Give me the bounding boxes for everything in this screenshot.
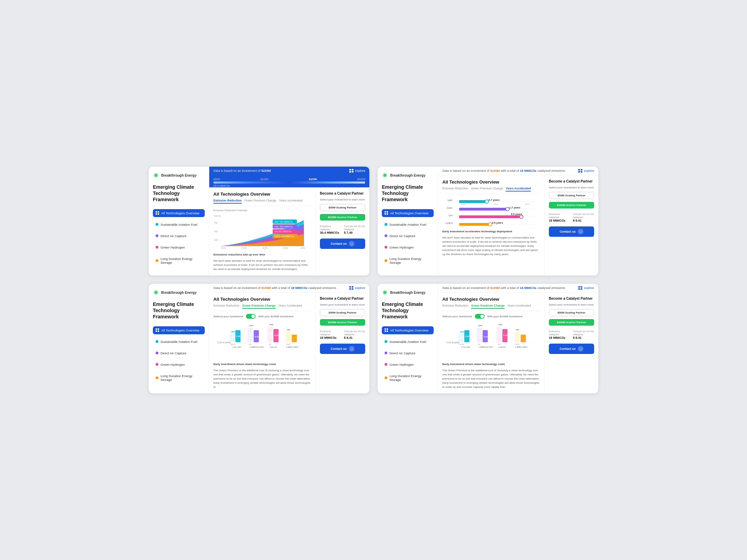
contact-btn-4[interactable]: Contact us → — [549, 344, 594, 354]
tab-years-2[interactable]: Years Accelerated — [506, 187, 531, 192]
nav-dac[interactable]: Direct Air Capture — [153, 232, 205, 240]
contact-label-3: Contact us — [331, 347, 347, 351]
nav-all-tech-2[interactable]: All Technologies Overview — [382, 209, 434, 217]
anchor-partner-btn-3[interactable]: $100M Anchor Partner — [320, 319, 365, 326]
grid-explore-icon — [349, 169, 353, 172]
scaling-partner-btn[interactable]: $50M Scaling Partner — [320, 204, 365, 211]
ldes-bar-container: 0.8 years — [454, 221, 540, 225]
tab-emission-2[interactable]: Emission Reduction — [442, 187, 468, 192]
svg-rect-65 — [349, 286, 351, 288]
nav-saf-2[interactable]: Sustainable Aviation Fuel — [382, 221, 434, 228]
svg-rect-66 — [352, 286, 353, 288]
svg-text:$ 249: $ 249 — [249, 334, 254, 336]
tab-green-4[interactable]: Green Premium Change — [471, 304, 505, 309]
explore-icon-2 — [578, 169, 582, 172]
scaling-partner-btn-3[interactable]: $50M Scaling Partner — [320, 309, 365, 316]
main-content-2: Data is based on an investment of $100M … — [438, 167, 598, 276]
dac-dot-4 — [385, 352, 387, 354]
tab-years-4[interactable]: Years Accelerated — [507, 304, 531, 309]
stat-cost-4: Cost per ton of CO₂ catalyzed $ 8.41 — [573, 330, 594, 339]
nav-saf-4[interactable]: Sustainable Aviation Fuel — [382, 338, 434, 346]
scaling-partner-btn-2[interactable]: $50M Scaling Partner — [549, 192, 594, 199]
gh-label: GH — [442, 214, 453, 217]
nav-saf[interactable]: Sustainable Aviation Fuel — [153, 221, 205, 228]
svg-text:$ 0: $ 0 — [478, 343, 481, 345]
nav-dac-3[interactable]: Direct Air Capture — [153, 349, 205, 357]
stat-label-cost-3: Cost per ton of CO₂ catalyzed — [344, 330, 366, 336]
scaling-partner-btn-4[interactable]: $50M Scaling Partner — [549, 309, 594, 316]
svg-text:1 kg GH: 1 kg GH — [269, 346, 277, 348]
svg-rect-36 — [581, 169, 582, 170]
years-row-saf: SAF 0.7 years Draft Final 2050 — [442, 198, 540, 202]
explore-button-4[interactable]: explore — [578, 286, 594, 290]
svg-text:1 MMtCO₂ DAC: 1 MMtCO₂ DAC — [479, 346, 494, 348]
svg-text:2035: 2035 — [262, 247, 268, 249]
nav-gh-4[interactable]: Green Hydrogen — [382, 361, 434, 368]
with-label-4: With your $100M investment — [487, 315, 522, 318]
nav-ldes-2[interactable]: Long Duration Energy Storage — [382, 255, 434, 267]
nav-gh[interactable]: Green Hydrogen — [153, 243, 205, 251]
svg-text:300: 300 — [214, 239, 218, 241]
contact-label-4: Contact us — [560, 347, 576, 351]
nav-label: Long Duration Energy Storage — [389, 257, 431, 264]
tab-green-3[interactable]: Green Premium Change — [242, 304, 276, 309]
dac-dot — [156, 234, 158, 237]
nav-dac-2[interactable]: Direct Air Capture — [382, 232, 434, 240]
breakthrough-energy-logo-2 — [382, 172, 388, 178]
explore-button[interactable]: explore — [349, 169, 365, 172]
tab-years-3[interactable]: Years Accelerated — [278, 304, 302, 309]
tab-emission-reduction[interactable]: Emission Reduction — [213, 199, 242, 204]
nav-ldes-4[interactable]: Long Duration Energy Storage — [382, 372, 434, 384]
svg-text:-13%: -13% — [269, 324, 274, 326]
main-content-4: Data is based on an investment of $100M … — [438, 284, 598, 393]
svg-rect-8 — [352, 169, 353, 170]
top-bar-2: Data is based on an investment of $100M … — [438, 167, 598, 175]
toggle-row-4: Without your investment With your $100M … — [442, 314, 540, 319]
saf-dot-3 — [156, 340, 158, 343]
explore-button-3[interactable]: explore — [349, 286, 365, 290]
grid-icon-3 — [156, 328, 159, 332]
desc-text-2: We don't have decades to wait for clean … — [442, 236, 540, 256]
tab-green-premium[interactable]: Green Premium Change — [245, 199, 276, 204]
contact-btn-2[interactable]: Contact us → — [549, 226, 594, 237]
stat-label-cost-2: Cost per ton of CO₂ catalyzed — [573, 213, 594, 219]
tab-emission-4[interactable]: Emission Reduction — [442, 304, 468, 309]
contact-btn-3[interactable]: Contact us → — [320, 344, 365, 354]
svg-text:2030: 2030 — [242, 247, 247, 249]
anchor-partner-btn-4[interactable]: $100M Anchor Partner — [549, 319, 594, 326]
toggle-switch-4[interactable] — [475, 314, 485, 319]
svg-text:$ 3.7: $ 3.7 — [460, 337, 464, 339]
anchor-partner-btn-2[interactable]: $100M Anchor Partner — [549, 202, 594, 208]
nav-gh-2[interactable]: Green Hydrogen — [382, 243, 434, 251]
nav-dac-4[interactable]: Direct Air Capture — [382, 349, 434, 357]
bar-chart-svg-4: Cost at parity -30% $ 0.6 1 GL SAF -12% … — [442, 321, 540, 361]
gh-dot — [156, 246, 158, 249]
nav-saf-3[interactable]: Sustainable Aviation Fuel — [153, 338, 205, 346]
nav-all-tech-4[interactable]: All Technologies Overview — [382, 326, 434, 334]
stat-label-emissions-3: Emissions catalyzed — [320, 330, 341, 336]
tab-green-2[interactable]: Green Premium Change — [471, 187, 503, 192]
toggle-switch[interactable] — [246, 314, 256, 319]
anchor-partner-btn[interactable]: $225M Anchor Partner — [320, 214, 365, 221]
nav-label: Direct Air Capture — [389, 234, 415, 238]
tab-emission-3[interactable]: Emission Reduction — [213, 304, 239, 309]
svg-text:$ 26.4: $ 26.4 — [237, 335, 242, 337]
svg-rect-102 — [385, 330, 386, 332]
nav-ldes[interactable]: Long Duration Energy Storage — [153, 255, 205, 267]
nav-ldes-3[interactable]: Long Duration Energy Storage — [153, 372, 205, 384]
tabs-4: Emission Reduction Green Premium Change … — [442, 304, 540, 311]
svg-rect-37 — [578, 171, 580, 172]
tab-years-accelerated[interactable]: Years Accelerated — [279, 199, 303, 204]
explore-button-2[interactable]: explore — [578, 169, 594, 172]
nav-all-tech-3[interactable]: All Technologies Overview — [153, 326, 205, 334]
app-title-4: Emerging Climate Technology Framework — [382, 301, 434, 320]
stats-row-3: Emissions catalyzed 18 MMtCO₂ Cost per t… — [320, 330, 365, 339]
contact-btn-1[interactable]: Contact us → — [320, 239, 365, 249]
svg-rect-101 — [387, 328, 388, 330]
svg-text:2050: 2050 — [525, 203, 530, 205]
brand-name: Breakthrough Energy — [161, 174, 196, 177]
section-title-1: All Technologies Overview — [213, 192, 311, 197]
stat-value-emissions-3: 18 MMtCO₂ — [320, 336, 341, 339]
nav-gh-3[interactable]: Green Hydrogen — [153, 361, 205, 368]
nav-all-tech[interactable]: All Technologies Overview — [153, 209, 205, 217]
